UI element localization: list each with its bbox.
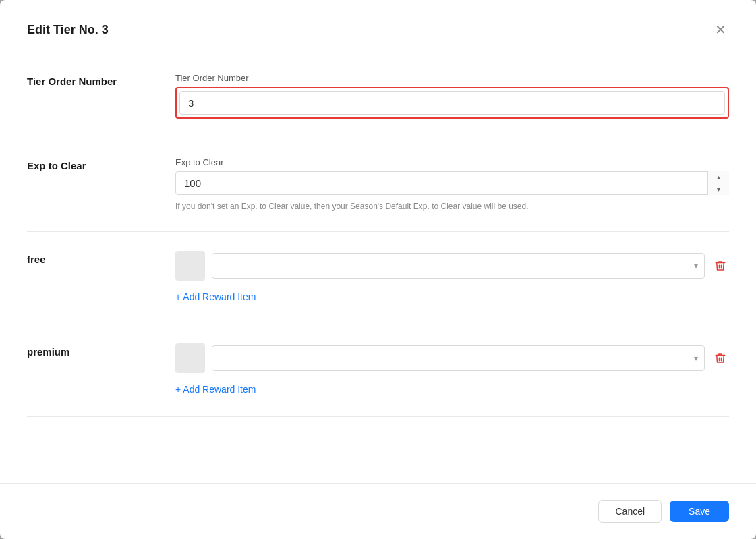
free-trash-icon <box>714 260 726 272</box>
exp-to-clear-field: Exp to Clear ▴ ▾ If you don't set an <box>175 157 729 212</box>
tier-order-number-label: Tier Order Number <box>27 73 175 87</box>
premium-row: premium ▾ <box>27 324 729 417</box>
exp-to-clear-field-label: Exp to Clear <box>175 157 729 167</box>
spin-down-button[interactable]: ▾ <box>708 183 729 195</box>
tier-order-number-red-border <box>175 87 729 119</box>
tier-order-number-input[interactable] <box>179 91 725 115</box>
tier-order-number-field-label: Tier Order Number <box>175 73 729 83</box>
premium-reward-thumbnail <box>175 343 205 373</box>
modal-body: Tier Order Number Tier Order Number Exp … <box>0 54 756 483</box>
modal-overlay: Edit Tier No. 3 ✕ Tier Order Number Tier… <box>0 0 756 539</box>
chevron-up-icon: ▴ <box>717 173 720 181</box>
free-reward-thumbnail <box>175 251 205 281</box>
exp-to-clear-row: Exp to Clear Exp to Clear ▴ ▾ <box>27 138 729 232</box>
save-button[interactable]: Save <box>670 501 729 522</box>
premium-reward-select[interactable] <box>212 345 705 371</box>
premium-reward-row: ▾ <box>175 343 729 373</box>
premium-delete-button[interactable] <box>711 349 729 367</box>
free-reward-select-wrapper: ▾ <box>212 253 705 279</box>
modal-dialog: Edit Tier No. 3 ✕ Tier Order Number Tier… <box>0 0 756 539</box>
free-reward-select[interactable] <box>212 253 705 279</box>
free-reward-row: ▾ <box>175 251 729 281</box>
spin-buttons: ▴ ▾ <box>707 171 729 195</box>
premium-add-reward-button[interactable]: + Add Reward Item <box>175 381 256 397</box>
tier-order-number-field: Tier Order Number <box>175 73 729 119</box>
free-delete-button[interactable] <box>711 257 729 275</box>
exp-to-clear-input[interactable] <box>175 171 729 195</box>
modal-footer: Cancel Save <box>0 483 756 539</box>
modal-title: Edit Tier No. 3 <box>27 23 109 37</box>
exp-to-clear-hint: If you don't set an Exp. to Clear value,… <box>175 200 729 212</box>
free-label: free <box>27 251 175 265</box>
tier-order-number-row: Tier Order Number Tier Order Number <box>27 54 729 138</box>
modal-header: Edit Tier No. 3 ✕ <box>0 0 756 54</box>
close-button[interactable]: ✕ <box>712 19 729 40</box>
premium-label: premium <box>27 343 175 358</box>
free-add-reward-button[interactable]: + Add Reward Item <box>175 289 256 305</box>
chevron-down-icon: ▾ <box>717 186 720 193</box>
free-add-reward-label: + Add Reward Item <box>175 291 256 302</box>
close-icon: ✕ <box>715 22 726 38</box>
premium-add-reward-label: + Add Reward Item <box>175 384 256 395</box>
cancel-button[interactable]: Cancel <box>598 500 662 523</box>
exp-to-clear-input-wrapper: ▴ ▾ <box>175 171 729 195</box>
spin-up-button[interactable]: ▴ <box>708 171 729 183</box>
free-row: free ▾ <box>27 232 729 324</box>
premium-reward-select-wrapper: ▾ <box>212 345 705 371</box>
premium-trash-icon <box>714 352 726 364</box>
premium-field: ▾ + Add Rewa <box>175 343 729 397</box>
exp-to-clear-label: Exp to Clear <box>27 157 175 171</box>
free-field: ▾ + Add Rewa <box>175 251 729 305</box>
